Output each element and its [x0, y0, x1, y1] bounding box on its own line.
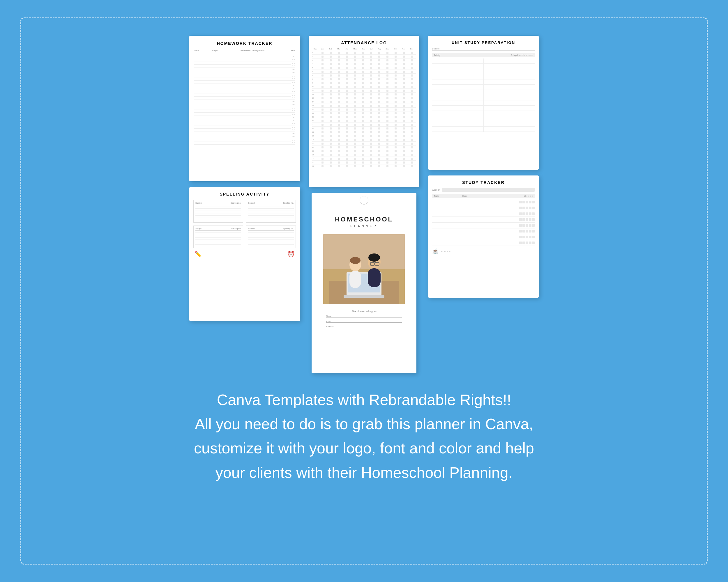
table-row	[432, 69, 535, 74]
attendance-cell	[327, 51, 335, 54]
attendance-cell	[375, 62, 384, 65]
spelling-section-2: Subject Spelling no.	[246, 200, 296, 223]
attendance-cell	[391, 66, 399, 69]
table-row: 23	[312, 134, 416, 138]
attendance-cell	[384, 138, 392, 141]
spelling-no-label-3: Spelling no.	[230, 227, 241, 230]
attendance-cell	[351, 66, 359, 69]
attendance-cell	[359, 127, 367, 130]
table-row	[194, 81, 295, 87]
table-row	[432, 106, 535, 111]
attendance-cell	[343, 96, 351, 100]
attendance-cell	[343, 74, 351, 77]
attendance-cell	[343, 131, 351, 134]
spelling-no-label-4: Spelling no.	[283, 227, 294, 230]
attendance-cell	[343, 154, 351, 156]
attendance-cell	[408, 62, 416, 65]
attendance-cell	[318, 96, 327, 100]
attendance-cell	[375, 138, 384, 141]
attendance-cell	[318, 154, 327, 156]
attendance-cell	[335, 146, 343, 149]
bottom-line-3: customize it with your logo, font and co…	[194, 436, 534, 460]
table-row: 21	[312, 127, 416, 130]
attendance-cell	[318, 89, 327, 92]
attendance-cell	[351, 101, 359, 103]
attendance-cell	[343, 66, 351, 69]
attendance-cell	[359, 85, 367, 88]
table-row: 2	[312, 55, 416, 58]
col-date: Date	[194, 49, 211, 52]
attendance-cell	[408, 66, 416, 69]
month-jan: Jan	[318, 48, 327, 50]
attendance-cell	[351, 104, 359, 107]
unit-study-card: UNIT STUDY PREPARATION Subject: Activity…	[428, 36, 539, 170]
spelling-activity-card: SPELLING ACTIVITY Subject Spelling no.	[189, 187, 300, 321]
attendance-cell	[375, 154, 384, 156]
table-row: 26	[312, 145, 416, 149]
study-notes-section: ☕ NOTES:	[432, 248, 535, 255]
table-row	[194, 74, 295, 81]
table-row: 5	[312, 66, 416, 70]
cover-name-field: Name	[326, 315, 402, 317]
col-center: ATTENDANCE LOG Date Jan Feb Mar Apr May …	[309, 36, 419, 373]
attendance-cell	[335, 85, 343, 88]
attendance-cell	[335, 142, 343, 145]
table-row	[432, 199, 535, 205]
attendance-cell	[351, 138, 359, 141]
attendance-cell	[343, 104, 351, 107]
attendance-cell	[343, 157, 351, 160]
table-row: 10	[312, 85, 416, 89]
attendance-cell	[335, 51, 343, 54]
cover-fields: Name Email Address	[323, 315, 405, 331]
attendance-cell	[391, 70, 399, 73]
spelling-line	[248, 215, 294, 216]
attendance-cell	[318, 115, 327, 118]
spelling-line	[196, 215, 241, 216]
attendance-cell	[335, 62, 343, 65]
attendance-cell	[391, 104, 399, 107]
notes-label: NOTES:	[441, 250, 451, 253]
attendance-cell	[335, 93, 343, 96]
table-row	[432, 234, 535, 240]
svg-rect-9	[368, 268, 381, 287]
study-tracker-card: STUDY TRACKER Week of: Topic Class ☑ ○ ○…	[428, 175, 539, 298]
attendance-cell	[375, 74, 384, 77]
attendance-cell	[384, 134, 392, 137]
attendance-cell	[351, 131, 359, 134]
attendance-cell	[327, 149, 335, 153]
svg-rect-7	[349, 271, 361, 288]
attendance-cell	[359, 78, 367, 81]
bottom-line-2: All you need to do is to grab this plann…	[194, 412, 534, 436]
attendance-cell	[367, 161, 375, 164]
attendance-cell	[335, 59, 343, 62]
attendance-cell	[408, 138, 416, 141]
spelling-header-2: Subject Spelling no.	[248, 202, 294, 205]
table-row: 28	[312, 153, 416, 157]
attendance-cell	[327, 138, 335, 141]
attendance-cell	[391, 138, 399, 141]
attendance-cell	[384, 89, 392, 92]
attendance-cell	[408, 165, 416, 168]
attendance-cell	[318, 104, 327, 107]
attendance-cell	[399, 115, 408, 118]
table-row: 25	[312, 142, 416, 145]
spelling-line	[248, 212, 294, 212]
attendance-cell	[399, 96, 408, 100]
attendance-cell	[351, 89, 359, 92]
attendance-cell	[327, 66, 335, 69]
attendance-cell	[408, 101, 416, 103]
attendance-cell	[367, 142, 375, 145]
attendance-cell	[359, 119, 367, 122]
attendance-cell	[351, 161, 359, 164]
spelling-line	[196, 232, 241, 232]
attendance-cell	[343, 161, 351, 164]
spelling-line	[196, 241, 241, 241]
attendance-cell	[367, 146, 375, 149]
attendance-cell	[375, 96, 384, 100]
spelling-line	[196, 238, 241, 238]
attendance-cell	[318, 142, 327, 145]
table-row	[432, 121, 535, 127]
attendance-cell	[327, 93, 335, 96]
col-class-header: Class	[462, 195, 490, 197]
attendance-cell	[408, 157, 416, 160]
